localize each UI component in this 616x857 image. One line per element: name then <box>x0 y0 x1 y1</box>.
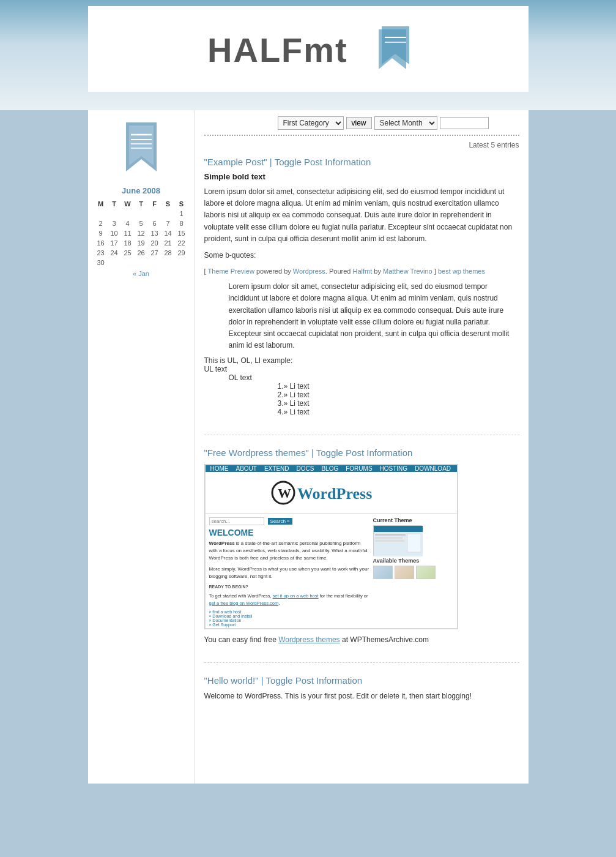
header-inner: HALFmt <box>88 6 529 92</box>
header: HALFmt <box>0 0 616 110</box>
content-area: First CategoryUncategorized view Select … <box>195 110 529 784</box>
cal-day-m: M <box>94 199 108 209</box>
post-example-credits: [ Theme Preview powered by Wordpress. Po… <box>204 268 519 275</box>
svg-rect-19 <box>407 534 421 552</box>
post-example-bquotes-label: Some b-quotes: <box>204 250 519 261</box>
svg-rect-15 <box>374 526 423 532</box>
svg-text:HALFmt: HALFmt <box>207 31 348 69</box>
cal-cell <box>148 258 161 268</box>
wp-nav-bar: HOME ABOUT EXTEND DOCS BLOG FORUMS HOSTI… <box>206 465 457 472</box>
cal-cell: 16 <box>94 238 108 248</box>
cal-cell: 29 <box>175 248 188 258</box>
best-wp-link[interactable]: best wp themes <box>438 268 485 275</box>
post-divider-2 <box>204 662 519 663</box>
cal-cell: 4 <box>121 219 135 228</box>
cal-cell: 26 <box>135 248 148 258</box>
wp-logo-area: W WordPress <box>206 472 457 514</box>
post-example-subtitle: Simple bold text <box>204 172 519 181</box>
cal-cell <box>121 258 135 268</box>
li-item-3: 3.» Li text <box>278 399 519 408</box>
wp-current-theme-label: Current Theme <box>373 517 453 523</box>
wp-main-col: Search » WELCOME WordPress is a state-of… <box>209 517 369 627</box>
post-wp-themes-title-link[interactable]: "Free Wordpress themes" | Toggle Post In… <box>204 447 413 458</box>
li-item-4: 4.» Li text <box>278 408 519 416</box>
wp-available-themes-label: Available Themes <box>373 558 453 564</box>
text-after-wp-link: at WPThemesArchive.com <box>342 635 429 644</box>
cal-cell: 10 <box>108 228 121 238</box>
svg-marker-6 <box>129 125 154 165</box>
wp-body: Search » WELCOME WordPress is a state-of… <box>206 514 457 629</box>
cal-cell: 24 <box>108 248 121 258</box>
calendar-prev-link[interactable]: « Jan <box>94 270 188 277</box>
wp-ready-label: READY TO BEGIN? <box>209 584 369 591</box>
cal-day-w: W <box>121 199 135 209</box>
post-hello-body: Welcome to WordPress. This is your first… <box>204 690 519 702</box>
wp-side-col: Current Theme <box>373 517 453 627</box>
wp-nav-extend: EXTEND <box>264 465 289 472</box>
month-select[interactable]: Select MonthJune 2008January 2008 <box>374 116 437 130</box>
logo-area: HALFmt <box>201 8 415 90</box>
post-wp-themes: "Free Wordpress themes" | Toggle Post In… <box>204 447 519 644</box>
by-text: by <box>374 268 383 275</box>
wp-theme-thumb-svg <box>374 526 423 556</box>
cal-cell: 9 <box>94 228 108 238</box>
matthew-link[interactable]: Matthew Trevino <box>383 268 432 275</box>
halfmt-link[interactable]: Halfmt <box>352 268 372 275</box>
cal-cell: 13 <box>148 228 161 238</box>
wp-theme-thumb <box>373 525 422 556</box>
theme-preview-link[interactable]: Theme Preview <box>207 268 254 275</box>
wp-cta-text: To get started with WordPress, set it up… <box>209 593 369 607</box>
latest-entries-label: Latest 5 entries <box>204 141 519 149</box>
cal-cell: 19 <box>135 238 148 248</box>
cal-cell: 14 <box>161 228 175 238</box>
cal-cell: 30 <box>94 258 108 268</box>
cal-cell: 1 <box>175 209 188 219</box>
powered-by-text: powered by <box>256 268 293 275</box>
wp-nav-blog: BLOG <box>321 465 338 472</box>
wordpress-themes-link[interactable]: Wordpress themes <box>278 635 340 644</box>
text-before-wp-link: You can easy find free <box>204 635 279 644</box>
wp-links: » find a web host » Download and Install… <box>209 610 369 627</box>
sidebar-icon <box>94 122 188 177</box>
wp-search-input[interactable] <box>209 517 264 525</box>
cal-cell: 6 <box>148 219 161 228</box>
cal-cell: 20 <box>148 238 161 248</box>
calendar-month-year: June 2008 <box>94 186 188 195</box>
svg-text:W: W <box>278 485 291 501</box>
cal-day-s2: S <box>175 199 188 209</box>
post-hello-text: Welcome to WordPress. This is your first… <box>204 690 519 702</box>
cal-cell <box>108 209 121 219</box>
category-select[interactable]: First CategoryUncategorized <box>278 116 344 130</box>
search-input[interactable] <box>440 117 489 129</box>
wp-theme-thumb-3 <box>416 566 436 579</box>
cal-cell: 17 <box>108 238 121 248</box>
cal-cell: 7 <box>161 219 175 228</box>
post-example-title-link[interactable]: "Example Post" | Toggle Post Information <box>204 157 371 167</box>
cal-cell: 18 <box>121 238 135 248</box>
post-example-title: "Example Post" | Toggle Post Information <box>204 157 519 167</box>
wordpress-link[interactable]: Wordpress <box>293 268 325 275</box>
ul-ol-label: This is UL, OL, LI example: UL text OL t… <box>204 356 519 416</box>
ul-item: UL text OL text 1.» Li text 2.» Li text … <box>204 365 519 416</box>
cal-cell: 27 <box>148 248 161 258</box>
wp-nav-home: HOME <box>210 465 229 472</box>
post-hello-title: "Hello world!" | Toggle Post Information <box>204 675 519 686</box>
post-hello-title-link[interactable]: "Hello world!" | Toggle Post Information <box>204 675 363 686</box>
cal-cell: 11 <box>121 228 135 238</box>
svg-rect-18 <box>375 540 404 542</box>
calendar-table: M T W T F S S 12345678910111213141516171… <box>94 199 188 268</box>
wp-theme-thumb-2 <box>395 566 414 579</box>
cal-cell <box>161 209 175 219</box>
cal-cell <box>108 258 121 268</box>
view-button[interactable]: view <box>346 117 372 129</box>
post-example: "Example Post" | Toggle Post Information… <box>204 157 519 416</box>
ul-text: UL text <box>204 365 228 373</box>
li-item-1: 1.» Li text <box>278 382 519 391</box>
wp-free-blog-link[interactable]: get a free blog on WordPress.com <box>209 601 279 606</box>
cal-cell: 2 <box>94 219 108 228</box>
cal-cell <box>94 209 108 219</box>
ol-section: OL text 1.» Li text 2.» Li text 3.» Li t… <box>229 373 519 416</box>
wp-setup-link[interactable]: set it up on a web host <box>273 593 319 599</box>
wp-body-text1: WordPress is a state-of-the-art semantic… <box>209 540 369 562</box>
wp-search-btn[interactable]: Search » <box>268 518 292 525</box>
